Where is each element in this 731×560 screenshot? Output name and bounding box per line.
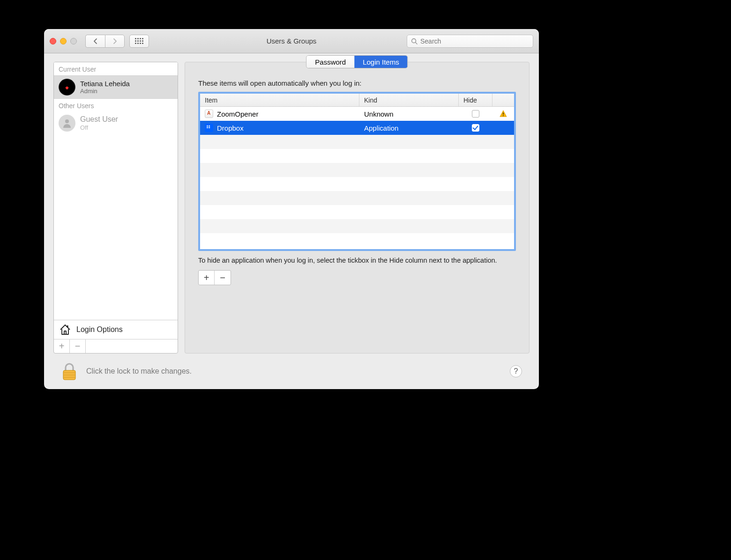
lock-icon[interactable]: [61, 362, 78, 381]
warning-icon: [499, 110, 507, 118]
tab-bar: Password Login Items: [306, 55, 408, 68]
sidebar-current-user[interactable]: Tetiana Leheida Admin: [54, 75, 178, 99]
house-icon: [59, 324, 72, 335]
columns: Current User Tetiana Leheida Admin Other…: [53, 62, 530, 354]
search-icon: [411, 38, 418, 44]
column-warning: [492, 94, 514, 106]
table-row-empty: [200, 149, 514, 163]
other-users-header: Other Users: [54, 99, 178, 112]
table-body: ZoomOpener Unknown: [200, 107, 514, 247]
show-all-button[interactable]: [129, 35, 149, 48]
hide-hint-text: To hide an application when you log in, …: [198, 256, 516, 265]
toolbar: Users & Groups: [44, 29, 539, 53]
column-item[interactable]: Item: [200, 94, 359, 106]
sidebar-guest-user[interactable]: Guest User Off: [54, 112, 178, 134]
table-header: Item Kind Hide: [200, 94, 514, 107]
sidebar-footer: + −: [54, 339, 178, 353]
login-options-label: Login Options: [76, 325, 123, 334]
avatar-icon: [59, 115, 75, 132]
window-body: Current User Tetiana Leheida Admin Other…: [44, 53, 539, 389]
help-button[interactable]: ?: [510, 365, 522, 377]
user-role: Admin: [80, 88, 130, 95]
window-controls: [50, 38, 77, 44]
add-user-button[interactable]: +: [54, 339, 70, 353]
svg-rect-4: [503, 112, 504, 115]
login-items-table[interactable]: Item Kind Hide ZoomOpener: [198, 92, 516, 251]
table-row-empty: [200, 233, 514, 247]
table-row-empty: [200, 205, 514, 219]
column-kind[interactable]: Kind: [359, 94, 459, 106]
grid-icon: [135, 38, 143, 44]
nav-buttons: [85, 35, 125, 48]
table-row-empty: [200, 135, 514, 149]
item-kind: Application: [359, 124, 459, 132]
app-icon: [205, 124, 213, 132]
table-row-empty: [200, 177, 514, 191]
login-options-button[interactable]: Login Options: [54, 320, 178, 339]
close-window-button[interactable]: [50, 38, 56, 44]
user-status: Off: [80, 124, 118, 131]
column-hide[interactable]: Hide: [459, 94, 492, 106]
table-row-empty: [200, 219, 514, 233]
user-name: Guest User: [80, 115, 118, 124]
lock-text: Click the lock to make changes.: [86, 367, 192, 376]
table-row[interactable]: ZoomOpener Unknown: [200, 107, 514, 121]
item-name: Dropbox: [217, 124, 244, 132]
preferences-window: Users & Groups Current User Tetiana Lehe…: [44, 29, 539, 389]
avatar-icon: [59, 79, 75, 96]
hide-checkbox[interactable]: [472, 124, 479, 132]
hide-checkbox[interactable]: [472, 110, 479, 118]
search-field[interactable]: [407, 35, 533, 48]
svg-rect-5: [503, 115, 504, 116]
login-items-description: These items will open automatically when…: [198, 79, 516, 87]
tab-password[interactable]: Password: [306, 56, 354, 68]
back-button[interactable]: [85, 35, 105, 48]
users-sidebar: Current User Tetiana Leheida Admin Other…: [53, 62, 178, 354]
zoom-window-button[interactable]: [70, 38, 77, 44]
table-row[interactable]: Dropbox Application: [200, 121, 514, 135]
search-input[interactable]: [420, 37, 529, 45]
current-user-header: Current User: [54, 62, 178, 75]
minimize-window-button[interactable]: [60, 38, 67, 44]
user-name: Tetiana Leheida: [80, 80, 130, 88]
app-icon: [205, 110, 213, 118]
tab-login-items[interactable]: Login Items: [354, 56, 408, 68]
lock-row: Click the lock to make changes. ?: [53, 354, 530, 383]
sidebar-footer-spacer: [86, 339, 178, 353]
svg-point-2: [65, 119, 69, 123]
add-remove-login-item: + −: [198, 270, 231, 285]
remove-login-item-button[interactable]: −: [215, 271, 231, 285]
add-login-item-button[interactable]: +: [199, 271, 215, 285]
svg-rect-3: [67, 325, 68, 328]
forward-button[interactable]: [105, 35, 125, 48]
item-name: ZoomOpener: [217, 110, 258, 118]
table-row-empty: [200, 191, 514, 205]
main-panel: Password Login Items These items will op…: [185, 62, 530, 354]
item-kind: Unknown: [359, 110, 459, 118]
svg-line-1: [416, 42, 418, 44]
table-row-empty: [200, 163, 514, 177]
remove-user-button[interactable]: −: [70, 339, 86, 353]
